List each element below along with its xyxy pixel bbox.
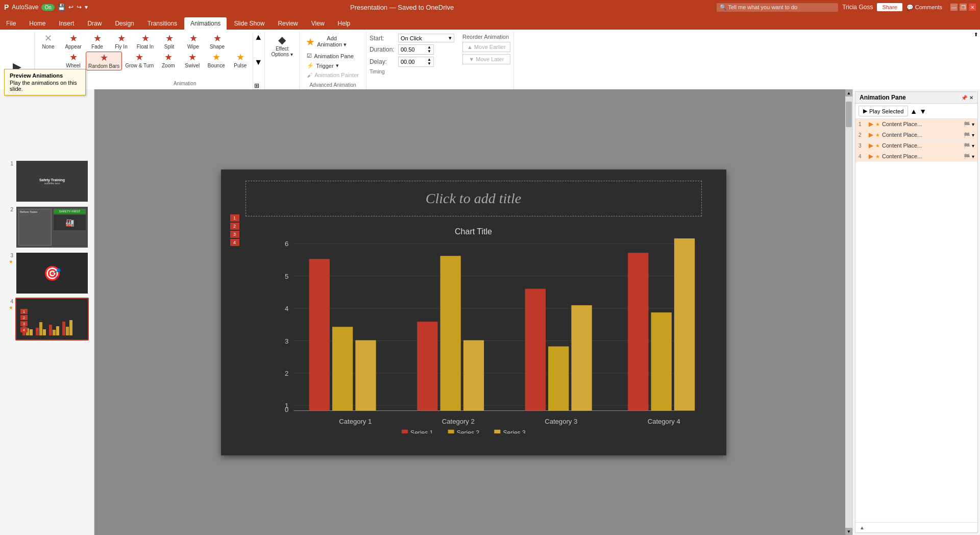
anim-item-dropdown-2[interactable]: ▾ (972, 132, 974, 138)
anim-pane-header: Animation Pane 📌 ✕ (855, 92, 977, 104)
anim-item-4[interactable]: 4 ▶ ★ Content Place... 🏁 ▾ (855, 151, 977, 162)
tab-view[interactable]: View (305, 17, 331, 30)
restore-btn[interactable]: ❐ (960, 4, 967, 11)
tab-review[interactable]: Review (272, 17, 304, 30)
shape-icon: ★ (213, 34, 222, 43)
anim-item-1[interactable]: 1 ▶ ★ Content Place... 🏁 ▾ (855, 119, 977, 130)
move-later-btn[interactable]: ▼ Move Later (462, 54, 510, 64)
search-box[interactable]: 🔍 Tell me what you want to do (717, 3, 839, 12)
close-btn[interactable]: ✕ (969, 4, 976, 11)
title-placeholder[interactable]: Click to add title (246, 181, 702, 216)
anim-item-star-3: ★ (875, 143, 880, 149)
tab-file[interactable]: File (0, 17, 22, 30)
bounce-btn[interactable]: ★ Bounce (205, 52, 228, 70)
anim-item-label-4: Content Place... (882, 153, 962, 159)
zoom-btn[interactable]: ★ Zoom (157, 52, 180, 70)
more-animations-icon[interactable]: ⊞ (254, 82, 262, 89)
random-bars-btn[interactable]: ★ Random Bars (86, 52, 122, 70)
anim-pane-down-btn[interactable]: ▼ (919, 107, 926, 115)
window-controls: — ❐ ✕ (950, 4, 976, 11)
anim-none-btn[interactable]: ✕ None (37, 33, 60, 51)
wipe-btn[interactable]: ★ Wipe (182, 33, 205, 51)
grow-turn-btn[interactable]: ★ Grow & Turn (123, 52, 156, 70)
tab-slideshow[interactable]: Slide Show (228, 17, 271, 30)
anim-item-2[interactable]: 2 ▶ ★ Content Place... 🏁 ▾ (855, 130, 977, 140)
minimize-btn[interactable]: — (950, 4, 958, 11)
wheel-btn[interactable]: ★ Wheel (62, 52, 85, 70)
effect-options-btn[interactable]: ◆ Effect Options ▾ (268, 33, 296, 59)
tab-draw[interactable]: Draw (81, 17, 108, 30)
scroll-up-icon[interactable]: ▲ (254, 33, 262, 42)
duration-input[interactable]: 00.50 ▲ ▼ (398, 44, 434, 55)
slide-thumb-3[interactable]: 🎯 (15, 252, 89, 295)
add-animation-btn[interactable]: ★ AddAnimation ▾ (303, 34, 350, 50)
start-dropdown[interactable]: On Click ▾ (398, 34, 454, 42)
anim-item-dropdown-1[interactable]: ▾ (972, 121, 974, 127)
anim-painter-label: Animation Painter (314, 72, 359, 78)
delay-spin[interactable]: ▲ ▼ (427, 58, 431, 66)
slide-thumb-4[interactable]: 1 2 3 4 (15, 298, 89, 341)
redo-icon[interactable]: ↪ (77, 4, 82, 11)
comments-btn[interactable]: 💬 Comments (906, 4, 942, 11)
tab-animations[interactable]: Animations (184, 17, 227, 30)
anim-item-dropdown-4[interactable]: ▾ (972, 154, 974, 159)
anim-pane-up-btn[interactable]: ▲ (910, 107, 917, 115)
scroll-up-btn[interactable]: ▲ (845, 89, 852, 96)
tab-home[interactable]: Home (23, 17, 52, 30)
swivel-btn[interactable]: ★ Swivel (181, 52, 204, 70)
shape-btn[interactable]: ★ Shape (206, 33, 229, 51)
ribbon-expand-btn[interactable]: ⬆ (974, 32, 978, 37)
slide-vscrollbar[interactable]: ▲ ▼ (845, 89, 852, 535)
chart-area[interactable]: Chart Title 6 5 4 3 2 1 (246, 223, 702, 445)
play-selected-btn[interactable]: ▶ Play Selected (859, 106, 908, 116)
scroll-down-icon[interactable]: ▼ (254, 58, 262, 67)
float-in-btn[interactable]: ★ Float In (134, 33, 157, 51)
anim-painter-btn[interactable]: 🖌 Animation Painter (305, 71, 361, 79)
scroll-thumb[interactable] (846, 102, 852, 127)
duration-down[interactable]: ▼ (427, 50, 431, 54)
save-icon[interactable]: 💾 (58, 4, 65, 11)
animation-scroll-btns[interactable]: ▲ ▼ ⊞ (253, 33, 262, 89)
svg-text:5: 5 (285, 272, 288, 280)
random-bars-label: Random Bars (88, 63, 119, 69)
anim-pane-pin-btn[interactable]: 📌 (961, 95, 967, 101)
anim-item-dropdown-3[interactable]: ▾ (972, 143, 974, 149)
slide-thumb-1[interactable]: Safety Training subtitle text (15, 160, 89, 203)
animation-pane-btn[interactable]: ☑ Animation Pane (305, 52, 361, 60)
fade-btn[interactable]: ★ Fade (86, 33, 109, 51)
pulse-btn[interactable]: ★ Pulse (229, 52, 252, 70)
delay-down[interactable]: ▼ (427, 62, 431, 66)
anim-num-3: 3 (230, 231, 239, 238)
undo-icon[interactable]: ↩ (68, 4, 74, 11)
share-btn[interactable]: Share (877, 3, 902, 11)
user-name[interactable]: Tricia Goss (842, 4, 873, 11)
anim-pane-close-btn[interactable]: ✕ (969, 95, 973, 101)
move-earlier-btn[interactable]: ▲ Move Earlier (462, 42, 510, 52)
cat3-label: Category 3 (545, 417, 577, 425)
slide-thumb-2[interactable]: Before Sales SAFETY FIRST 🏭 (15, 206, 89, 249)
autosave-toggle[interactable]: On (41, 4, 54, 11)
tab-design[interactable]: Design (109, 17, 140, 30)
scroll-down-btn[interactable]: ▼ (845, 528, 852, 535)
timing-controls: Start: On Click ▾ Duration: 00.50 ▲ ▼ (370, 34, 454, 67)
anim-pane-toolbar: ▶ Play Selected ▲ ▼ (855, 104, 977, 119)
cat1-label: Category 1 (339, 417, 372, 425)
tab-help[interactable]: Help (332, 17, 357, 30)
fly-in-btn[interactable]: ★ Fly In (110, 33, 133, 51)
split-btn[interactable]: ★ Split (158, 33, 181, 51)
num-boxes: 1 2 3 4 (20, 309, 28, 332)
trigger-btn[interactable]: ⚡ Trigger ▾ (305, 61, 361, 70)
slide-num-4: 4 (10, 299, 13, 304)
anim-pane-btn-label: Animation Pane (314, 53, 354, 59)
tab-transitions[interactable]: Transitions (141, 17, 183, 30)
more-icon[interactable]: ▾ (85, 4, 88, 11)
duration-spin[interactable]: ▲ ▼ (427, 45, 431, 54)
appear-btn[interactable]: ★ Appear (62, 33, 85, 51)
anim-num-label-1: 1 (859, 121, 867, 127)
anim-item-3[interactable]: 3 ▶ ★ Content Place... 🏁 ▾ (855, 140, 977, 151)
anim-num-1: 1 (230, 214, 239, 222)
legend-s3-label: Series 3 (503, 429, 526, 433)
tab-insert[interactable]: Insert (53, 17, 80, 30)
slide-canvas[interactable]: 1 2 3 4 Click to add title Chart Title (221, 169, 726, 455)
delay-input[interactable]: 00.00 ▲ ▼ (398, 57, 434, 67)
